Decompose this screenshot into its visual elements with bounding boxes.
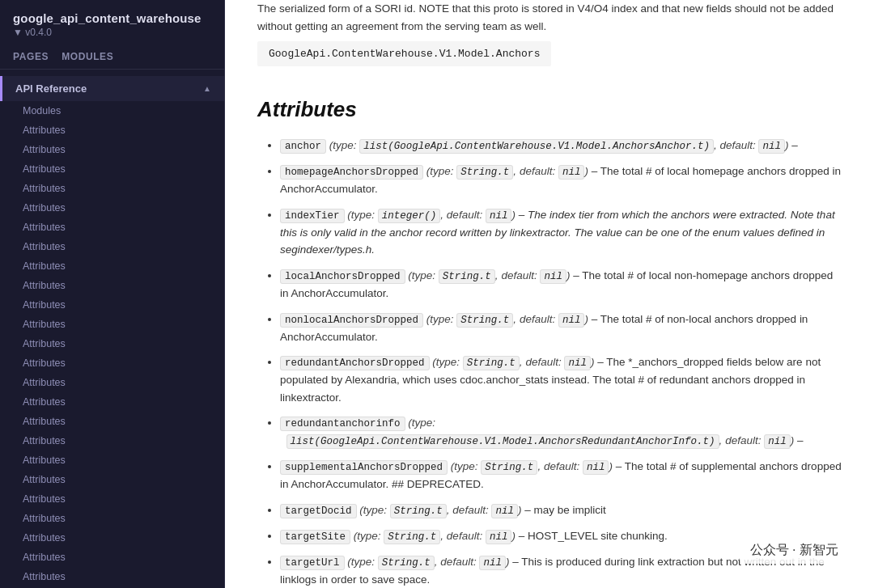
attr-meta-localAnchorsDropped: (type: String.t, default: nil) [408,269,573,281]
list-item[interactable]: Attributes [0,315,224,334]
list-item[interactable]: Attributes [0,334,224,353]
attributes-list: anchor (type: list(GoogleApi.ContentWare… [280,137,842,588]
list-item: localAnchorsDropped (type: String.t, def… [280,267,842,302]
attr-meta-targetDocid: (type: String.t, default: nil) [359,504,524,516]
sidebar-header: google_api_content_warehouse ▼ v0.4.0 [0,0,224,46]
chevron-up-icon: ▲ [203,84,211,93]
sidebar-tabs: PAGES MODULES [0,46,224,70]
nav-section-api-reference[interactable]: API Reference ▲ [0,76,224,101]
list-item: supplementalAnchorsDropped (type: String… [280,458,842,493]
main-content: The serialized form of a SORI id. NOTE t… [225,0,874,588]
attr-meta-supplementalAnchorsDropped: (type: String.t, default: nil) [451,460,616,472]
list-item: indexTier (type: integer(), default: nil… [280,206,842,259]
list-item[interactable]: Attributes [0,276,224,295]
list-item[interactable]: Attributes [0,451,224,470]
attr-name-anchor: anchor [280,139,326,154]
list-item: targetSite (type: String.t, default: nil… [280,527,842,545]
sidebar-version: ▼ v0.4.0 [13,27,211,38]
attr-meta-homepageAnchorsDropped: (type: String.t, default: nil) [426,165,592,177]
list-item[interactable]: Attributes [0,237,224,256]
list-item[interactable]: Attributes [0,392,224,412]
list-item[interactable]: Attributes [0,373,224,392]
top-code-label: GoogleApi.ContentWarehouse.V1.Model.Anch… [257,41,551,66]
list-item[interactable]: Attributes [0,353,224,373]
list-item[interactable]: Attributes [0,295,224,315]
list-item: anchor (type: list(GoogleApi.ContentWare… [280,137,842,154]
list-item[interactable]: Attributes [0,489,224,509]
list-item[interactable]: Attributes [0,509,224,528]
sidebar-nav: API Reference ▲ Modules Attributes Attri… [0,70,224,588]
attr-desc-targetSite: – HOST_LEVEL site chunking. [519,530,668,542]
list-item[interactable]: Attributes [0,567,224,586]
attr-desc-targetDocid: – may be implicit [524,504,606,516]
list-item[interactable]: Attributes [0,140,224,159]
list-item[interactable]: Attributes [0,548,224,567]
list-item[interactable]: Attributes [0,431,224,451]
attr-desc-redundantanchorinfo: – [797,434,804,446]
attr-meta-targetUrl: (type: String.t, default: nil) [347,556,512,568]
tab-pages[interactable]: PAGES [13,51,49,69]
list-item[interactable]: Attributes [0,412,224,431]
list-item: homepageAnchorsDropped (type: String.t, … [280,163,842,198]
list-item[interactable]: Attributes [0,179,224,198]
list-item: redundantAnchorsDropped (type: String.t,… [280,353,842,406]
list-item[interactable]: Attributes [0,121,224,140]
attr-name-indexTier: indexTier [280,209,345,223]
attr-meta-anchor: (type: list(GoogleApi.ContentWarehouse.V… [329,139,791,151]
attr-name-nonlocalAnchorsDropped: nonlocalAnchorsDropped [280,313,423,328]
attr-name-localAnchorsDropped: localAnchorsDropped [280,269,405,284]
attr-name-targetSite: targetSite [280,530,350,544]
attr-name-homepageAnchorsDropped: homepageAnchorsDropped [280,165,423,180]
nav-item-modules[interactable]: Modules [0,101,224,121]
list-item[interactable]: Attributes [0,528,224,548]
list-item: nonlocalAnchorsDropped (type: String.t, … [280,311,842,346]
list-item[interactable]: Attributes [0,198,224,218]
attr-meta-redundantAnchorsDropped: (type: String.t, default: nil) [432,356,597,368]
list-item[interactable]: Attributes [0,256,224,276]
sidebar: google_api_content_warehouse ▼ v0.4.0 PA… [0,0,225,588]
intro-text: The serialized form of a SORI id. NOTE t… [257,0,842,35]
list-item: targetDocid (type: String.t, default: ni… [280,501,842,519]
attr-meta-nonlocalAnchorsDropped: (type: String.t, default: nil) [426,313,592,325]
attributes-heading: Attributes [257,97,842,122]
attr-name-redundantAnchorsDropped: redundantAnchorsDropped [280,356,430,370]
tab-modules[interactable]: MODULES [62,51,113,69]
attr-desc-anchor: – [791,139,798,151]
attr-name-redundantanchorinfo: redundantanchorinfo [280,417,405,431]
attr-name-supplementalAnchorsDropped: supplementalAnchorsDropped [280,460,448,475]
list-item[interactable]: Attributes [0,218,224,237]
list-item[interactable]: Attributes [0,159,224,179]
attr-name-targetUrl: targetUrl [280,556,345,570]
attr-meta-targetSite: (type: String.t, default: nil) [354,530,519,542]
list-item: targetUrl (type: String.t, default: nil)… [280,553,842,588]
list-item: redundantanchorinfo (type: list(GoogleAp… [280,414,842,450]
attr-name-targetDocid: targetDocid [280,504,357,518]
sidebar-title: google_api_content_warehouse [13,11,211,25]
attr-meta-indexTier: (type: integer(), default: nil) [347,209,518,221]
list-item[interactable]: Attributes [0,470,224,489]
